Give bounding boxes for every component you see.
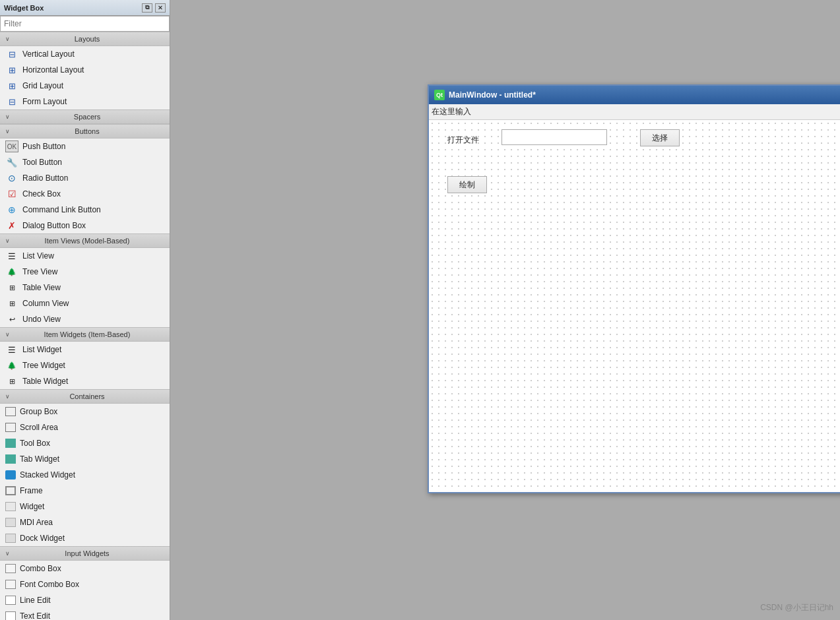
qt-title-bar: Qt MainWindow - untitled* — ✕: [429, 86, 840, 104]
qt-menu-text[interactable]: 在这里输入: [432, 106, 471, 117]
section-input-widgets-label: Input Widgets: [65, 549, 109, 557]
widget-icon: [5, 502, 16, 511]
item-group-box[interactable]: Group Box: [0, 404, 170, 419]
section-layouts-label: Layouts: [75, 35, 100, 43]
item-undo-view[interactable]: ↩ Undo View: [0, 311, 170, 327]
widget-box-restore-button[interactable]: ⧉: [142, 3, 152, 13]
tool-button-icon: 🔧: [5, 156, 18, 168]
section-item-views[interactable]: ∨ Item Views (Model-Based): [0, 233, 170, 248]
table-widget-label: Table Widget: [22, 377, 68, 386]
horizontal-layout-label: Horizontal Layout: [22, 65, 84, 75]
tab-widget-label: Tab Widget: [20, 454, 59, 464]
line-edit-icon: [5, 596, 16, 605]
item-stacked-widget[interactable]: Stacked Widget: [0, 467, 170, 483]
form-layout-label: Form Layout: [22, 97, 67, 106]
qt-content-area: 打开文件 选择 绘制 ◢: [429, 120, 840, 492]
qt-window-title: MainWindow - untitled*: [449, 90, 840, 100]
widget-box-title: Widget Box: [4, 4, 44, 12]
qt-select-button-label: 选择: [652, 133, 668, 144]
section-spacers-label: Spacers: [74, 113, 100, 121]
widget-label: Widget: [20, 502, 44, 511]
item-horizontal-layout[interactable]: ⊞ Horizontal Layout: [0, 62, 170, 78]
section-spacers[interactable]: ∨ Spacers: [0, 109, 170, 124]
check-box-icon: ☑: [5, 188, 18, 200]
command-link-icon: ⊕: [5, 204, 18, 216]
item-frame[interactable]: Frame: [0, 483, 170, 499]
grid-layout-label: Grid Layout: [22, 81, 63, 90]
line-edit-label: Line Edit: [20, 596, 51, 605]
item-grid-layout[interactable]: ⊞ Grid Layout: [0, 78, 170, 94]
filter-input[interactable]: [0, 16, 170, 32]
dock-widget-label: Dock Widget: [20, 534, 65, 543]
mdi-area-icon: [5, 518, 16, 527]
form-layout-icon: ⊟: [5, 96, 18, 108]
list-widget-label: List Widget: [22, 345, 61, 354]
qt-draw-button-label: 绘制: [459, 179, 475, 191]
group-box-icon: [5, 407, 16, 416]
widget-box-close-button[interactable]: ✕: [155, 3, 166, 13]
qt-draw-button[interactable]: 绘制: [447, 176, 487, 193]
tree-widget-label: Tree Widget: [22, 361, 65, 370]
widget-list: ∨ Layouts ⊟ Vertical Layout ⊞ Horizontal…: [0, 32, 170, 620]
tab-widget-icon: [5, 454, 16, 464]
item-text-edit[interactable]: Text Edit: [0, 608, 170, 620]
item-table-view[interactable]: ⊞ Table View: [0, 280, 170, 295]
item-dialog-button-box[interactable]: ✗ Dialog Button Box: [0, 218, 170, 233]
widget-box-panel: Widget Box ⧉ ✕ ∨ Layouts ⊟ Vertical Layo…: [0, 0, 170, 620]
section-buttons[interactable]: ∨ Buttons: [0, 124, 170, 139]
item-widgets-collapse-arrow: ∨: [5, 331, 10, 338]
item-widget[interactable]: Widget: [0, 499, 170, 514]
item-tool-button[interactable]: 🔧 Tool Button: [0, 154, 170, 170]
combo-box-icon: [5, 564, 16, 573]
undo-view-label: Undo View: [22, 315, 61, 324]
tool-box-icon: [5, 439, 16, 448]
main-area: Qt MainWindow - untitled* — ✕ 在这里输入 打开文件…: [170, 0, 840, 620]
qt-select-button[interactable]: 选择: [640, 129, 680, 146]
push-button-label: Push Button: [22, 142, 65, 151]
item-font-combo-box[interactable]: Font Combo Box: [0, 576, 170, 592]
frame-label: Frame: [20, 486, 43, 495]
qt-file-path-input[interactable]: [501, 129, 607, 145]
item-tab-widget[interactable]: Tab Widget: [0, 451, 170, 467]
column-view-icon: ⊞: [5, 297, 18, 309]
item-scroll-area[interactable]: Scroll Area: [0, 419, 170, 435]
section-input-widgets[interactable]: ∨ Input Widgets: [0, 546, 170, 561]
input-widgets-collapse-arrow: ∨: [5, 550, 10, 557]
section-item-views-label: Item Views (Model-Based): [45, 237, 130, 245]
item-line-edit[interactable]: Line Edit: [0, 592, 170, 608]
item-dock-widget[interactable]: Dock Widget: [0, 530, 170, 546]
section-item-widgets[interactable]: ∨ Item Widgets (Item-Based): [0, 327, 170, 342]
table-view-label: Table View: [22, 283, 61, 292]
item-push-button[interactable]: OK Push Button: [0, 139, 170, 154]
item-list-view[interactable]: ☰ List View: [0, 248, 170, 264]
radio-button-icon: ⊙: [5, 172, 18, 184]
undo-view-icon: ↩: [5, 313, 18, 325]
item-tree-view[interactable]: 🌲 Tree View: [0, 264, 170, 280]
widget-box-controls: ⧉ ✕: [142, 3, 166, 13]
qt-main-window: Qt MainWindow - untitled* — ✕ 在这里输入 打开文件…: [428, 84, 840, 493]
item-check-box[interactable]: ☑ Check Box: [0, 186, 170, 202]
item-form-layout[interactable]: ⊟ Form Layout: [0, 94, 170, 109]
text-edit-icon: [5, 611, 16, 620]
section-layouts[interactable]: ∨ Layouts: [0, 32, 170, 46]
section-containers[interactable]: ∨ Containers: [0, 389, 170, 404]
item-list-widget[interactable]: ☰ List Widget: [0, 342, 170, 357]
item-tree-widget[interactable]: 🌲 Tree Widget: [0, 357, 170, 373]
tree-widget-icon: 🌲: [5, 359, 18, 371]
command-link-label: Command Link Button: [22, 205, 101, 214]
layouts-collapse-arrow: ∨: [5, 36, 10, 42]
item-column-view[interactable]: ⊞ Column View: [0, 295, 170, 311]
item-radio-button[interactable]: ⊙ Radio Button: [0, 170, 170, 186]
item-tool-box[interactable]: Tool Box: [0, 435, 170, 451]
mdi-area-label: MDI Area: [20, 518, 53, 527]
item-table-widget[interactable]: ⊞ Table Widget: [0, 373, 170, 389]
column-view-label: Column View: [22, 299, 69, 308]
item-views-collapse-arrow: ∨: [5, 237, 10, 244]
qt-logo: Qt: [434, 90, 445, 100]
item-mdi-area[interactable]: MDI Area: [0, 514, 170, 530]
containers-collapse-arrow: ∨: [5, 393, 10, 400]
item-combo-box[interactable]: Combo Box: [0, 561, 170, 576]
item-vertical-layout[interactable]: ⊟ Vertical Layout: [0, 46, 170, 62]
list-view-label: List View: [22, 251, 54, 261]
item-command-link-button[interactable]: ⊕ Command Link Button: [0, 202, 170, 218]
